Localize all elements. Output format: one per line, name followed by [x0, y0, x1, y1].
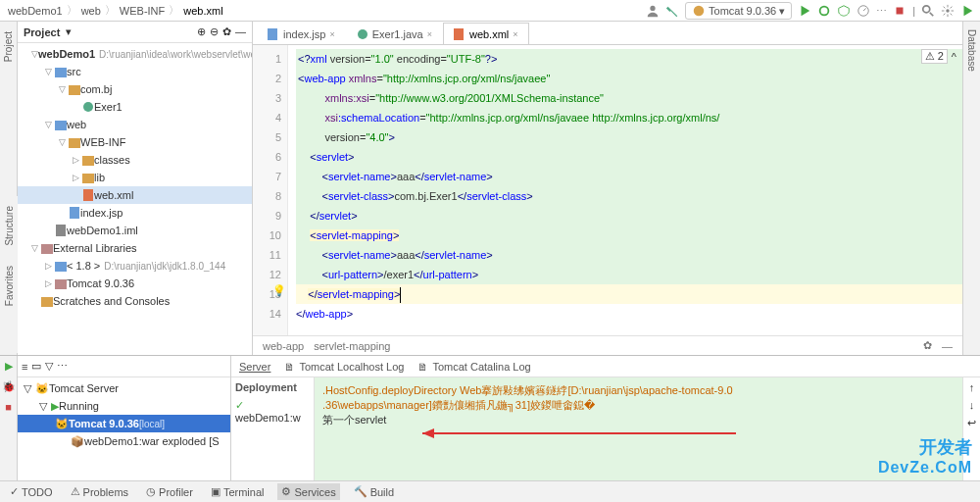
- bottom-tool-bar: ✓ TODO ⚠ Problems ◷ Profiler ▣ Terminal …: [0, 480, 980, 502]
- services-panel: ▶ 🐞 ■ ≡ ▭ ▽ ⋯ ▽🐱 Tomcat Server ▽▶ Runnin…: [0, 355, 980, 480]
- tab-server[interactable]: Server: [239, 361, 270, 373]
- build-button[interactable]: 🔨 Build: [350, 483, 398, 500]
- stop-icon[interactable]: ■: [5, 401, 12, 413]
- editor-tabs: index.jsp× Exer1.java× web.xml×: [253, 22, 962, 45]
- svg-point-0: [650, 6, 655, 11]
- arrow-annotation: [422, 427, 746, 440]
- services-tree[interactable]: ▽🐱 Tomcat Server ▽▶ Running 🐱 Tomcat 9.0…: [18, 377, 230, 480]
- svg-rect-24: [454, 28, 464, 40]
- project-panel-title: Project: [24, 26, 60, 38]
- minus-icon[interactable]: —: [942, 340, 953, 352]
- debug-icon[interactable]: [817, 4, 831, 18]
- expand-icon[interactable]: ⊕: [197, 25, 206, 38]
- svg-point-5: [923, 6, 930, 13]
- hide-icon[interactable]: —: [235, 25, 246, 38]
- expand-icon[interactable]: ≡: [22, 361, 27, 373]
- play-icon[interactable]: [960, 4, 974, 18]
- crumb-item[interactable]: web-app: [263, 340, 304, 352]
- svc-node-server[interactable]: ▽🐱 Tomcat Server: [18, 379, 230, 397]
- tree-file-iml[interactable]: webDemo1.iml: [18, 222, 252, 239]
- problems-button[interactable]: ⚠ Problems: [67, 483, 132, 500]
- editor-area: index.jsp× Exer1.java× web.xml× 12345678…: [253, 22, 962, 355]
- tree-folder-classes[interactable]: ▷classes: [18, 151, 252, 169]
- svg-rect-13: [82, 156, 94, 166]
- more-icon[interactable]: ⋯: [57, 360, 68, 373]
- stop-icon[interactable]: [893, 4, 906, 18]
- user-icon[interactable]: [646, 4, 660, 18]
- svg-rect-16: [70, 207, 79, 219]
- hammer-icon[interactable]: [665, 4, 679, 18]
- tree-folder-web[interactable]: ▽web: [18, 116, 252, 133]
- caret-badge[interactable]: ^: [952, 51, 956, 63]
- todo-button[interactable]: ✓ TODO: [6, 483, 57, 500]
- collapse-icon[interactable]: ▭: [31, 360, 41, 373]
- run-icon[interactable]: [798, 4, 811, 18]
- tree-file-indexjsp[interactable]: index.jsp: [18, 204, 252, 222]
- tree-tomcat-lib[interactable]: ▷Tomcat 9.0.36: [18, 275, 252, 292]
- svc-node-running[interactable]: ▽▶ Running: [18, 397, 230, 415]
- profiler-button[interactable]: ◷ Profiler: [142, 483, 197, 500]
- svg-rect-4: [897, 8, 904, 15]
- project-tool-button[interactable]: Project: [3, 25, 14, 68]
- run-config-select[interactable]: Tomcat 9.0.36 ▾: [685, 2, 792, 20]
- breadcrumb-project[interactable]: webDemo1: [8, 5, 63, 17]
- favorites-tool-button[interactable]: Favorites: [4, 260, 15, 312]
- services-button[interactable]: ⚙ Services: [277, 483, 339, 500]
- right-rail: Database: [962, 22, 980, 355]
- tree-class[interactable]: Exer1: [18, 98, 252, 116]
- structure-tool-button[interactable]: Structure: [4, 200, 15, 252]
- tree-package[interactable]: ▽com.bj: [18, 80, 252, 98]
- terminal-button[interactable]: ▣ Terminal: [207, 483, 269, 500]
- svg-point-1: [694, 6, 705, 17]
- editor-breadcrumb: web-app servlet-mapping ✿ —: [253, 335, 962, 355]
- collapse-icon[interactable]: ⊖: [210, 25, 219, 38]
- svg-rect-20: [55, 279, 67, 289]
- tree-folder-src[interactable]: ▽src: [18, 63, 252, 80]
- tree-folder-webinf[interactable]: ▽WEB-INF: [18, 133, 252, 151]
- console-tools: ↑ ↓ ↩: [962, 377, 980, 480]
- svc-node-tomcat[interactable]: 🐱 Tomcat 9.0.36 [local]: [18, 415, 230, 432]
- down-icon[interactable]: ↓: [969, 399, 975, 411]
- project-tree[interactable]: ▽webDemo1D:\ruanjian\idea\work\webservle…: [18, 43, 252, 355]
- coverage-icon[interactable]: [837, 4, 851, 18]
- wrap-icon[interactable]: ↩: [967, 417, 976, 429]
- filter-icon[interactable]: ▽: [45, 360, 53, 373]
- gear-icon[interactable]: [941, 4, 955, 18]
- database-tool-button[interactable]: Database: [966, 29, 977, 72]
- output-console[interactable]: .HostConfig.deployDirectory Web搴旂敤绋嬪簭鐩綍[…: [315, 377, 962, 480]
- tab-exer1[interactable]: Exer1.java×: [346, 23, 443, 44]
- services-tabs: Server 🗎 Tomcat Localhost Log 🗎 Tomcat C…: [231, 356, 980, 377]
- settings-icon[interactable]: ✿: [222, 25, 231, 38]
- breadcrumb-file[interactable]: web.xml: [183, 5, 222, 17]
- profiler-icon[interactable]: [857, 4, 870, 18]
- breadcrumb-item[interactable]: web: [81, 5, 101, 17]
- tree-root[interactable]: ▽webDemo1D:\ruanjian\idea\work\webservle…: [18, 45, 252, 63]
- svg-rect-9: [69, 85, 80, 95]
- run-icon[interactable]: ▶: [5, 360, 13, 373]
- tab-catalina-log[interactable]: 🗎 Tomcat Catalina Log: [417, 361, 530, 373]
- crumb-item[interactable]: servlet-mapping: [314, 340, 390, 352]
- tree-file-webxml[interactable]: web.xml: [18, 186, 252, 204]
- svg-point-6: [946, 9, 950, 13]
- svc-node-artifact[interactable]: 📦 webDemo1:war exploded [S: [18, 432, 230, 450]
- search-icon[interactable]: [921, 4, 935, 18]
- svg-point-2: [820, 7, 829, 16]
- tab-indexjsp[interactable]: index.jsp×: [257, 23, 346, 44]
- up-icon[interactable]: ↑: [969, 381, 975, 393]
- gear-icon[interactable]: ✿: [923, 339, 932, 352]
- breadcrumb-item[interactable]: WEB-INF: [120, 5, 165, 17]
- warn-badge[interactable]: ⚠ 2: [921, 49, 948, 64]
- tree-jdk[interactable]: ▷< 1.8 >D:\ruanjian\jdk\jdk1.8.0_144: [18, 257, 252, 275]
- svg-point-23: [358, 29, 368, 39]
- tab-localhost-log[interactable]: 🗎 Tomcat Localhost Log: [284, 361, 404, 373]
- code-editor[interactable]: 1234567891011121314 ⚠ 2^ 💡 <?xml version…: [253, 45, 962, 335]
- svg-rect-19: [55, 262, 67, 272]
- svg-rect-8: [55, 68, 67, 77]
- tab-webxml[interactable]: web.xml×: [443, 23, 529, 44]
- debug-icon[interactable]: 🐞: [2, 380, 16, 393]
- intention-bulb-icon[interactable]: 💡: [272, 284, 286, 297]
- tree-folder-lib[interactable]: ▷lib: [18, 169, 252, 186]
- svg-rect-17: [56, 225, 66, 236]
- tree-ext-libraries[interactable]: ▽External Libraries: [18, 239, 252, 257]
- tree-scratches[interactable]: Scratches and Consoles: [18, 292, 252, 310]
